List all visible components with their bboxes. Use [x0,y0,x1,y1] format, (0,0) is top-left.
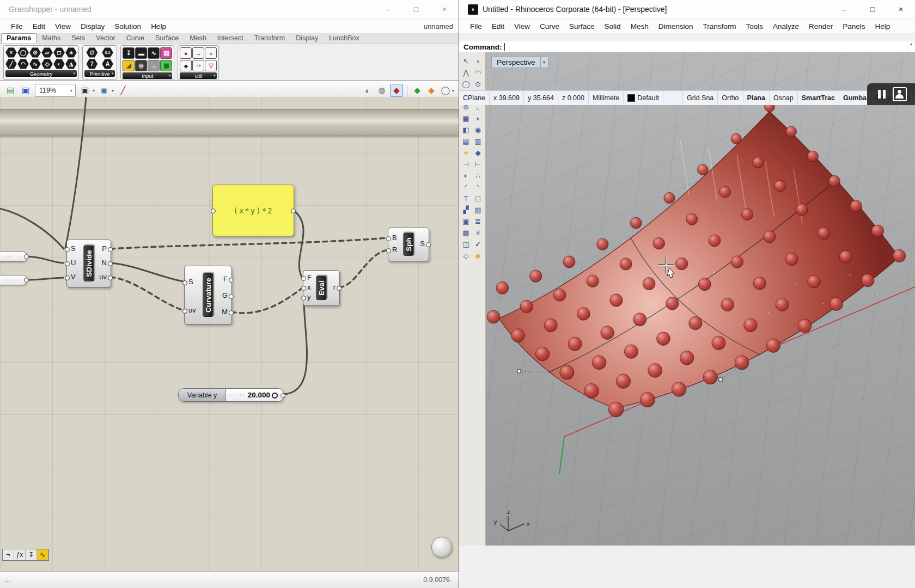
input-dot[interactable] [65,247,70,252]
viewport-title[interactable]: Perspective ▾ [491,57,548,68]
maximize-icon[interactable]: □ [858,0,887,19]
analysis-sphere[interactable] [686,213,698,225]
menu-dimension[interactable]: Dimension [654,21,698,32]
zoom-level-select[interactable]: 119%▾ [35,84,76,97]
menu-help[interactable]: Help [871,21,895,32]
status-millimete[interactable]: Millimete [589,91,624,105]
sketch-pen-icon[interactable]: ╱ [117,84,129,96]
scroll-up-icon[interactable]: ▲ [910,42,913,46]
output-dot[interactable] [229,310,234,315]
slider-track[interactable]: 20.000 [226,389,283,401]
deformable-circle-icon[interactable]: ⊙ [472,78,484,90]
solid-union-icon[interactable]: ▣ [460,216,472,227]
minimize-icon[interactable]: – [830,0,858,19]
preview-eye-icon[interactable]: ◉ [98,84,110,96]
output-dot[interactable] [337,286,341,291]
analysis-sphere[interactable] [577,308,590,321]
status-smarttrac[interactable]: SmartTrac [798,91,839,105]
analysis-sphere[interactable] [764,231,776,243]
clipped-slider-v[interactable] [0,275,27,285]
tab-intersect[interactable]: Intersect [212,33,249,43]
status-grid-sna[interactable]: Grid Sna [683,91,718,105]
analysis-sphere[interactable] [861,274,874,287]
component-eval[interactable]: EvalFxyr [303,270,340,306]
output-dot[interactable] [229,278,234,283]
param-viewer-icon[interactable]: ♣ [180,60,192,71]
param-line-icon[interactable]: ╱ [5,59,17,69]
tab-sets[interactable]: Sets [66,33,90,43]
param-curve-icon[interactable]: ∿ [29,59,41,69]
solid-sphere-icon[interactable]: ◉ [472,124,484,136]
tab-mesh[interactable]: Mesh [184,33,212,43]
status-plana[interactable]: Plana [743,91,770,105]
status-gumba[interactable]: Gumba [839,91,871,105]
trim-icon[interactable]: ⊣ [460,158,472,170]
fillet-icon[interactable]: ◜ [460,181,472,193]
relay-icon[interactable]: → [192,47,204,59]
analysis-sphere[interactable] [712,336,725,350]
component-sdivide[interactable]: SDivideSUVPNuv [66,240,111,287]
item-picker-icon[interactable]: ≡ [148,60,160,71]
status-cplane[interactable]: CPlane [459,91,490,105]
viewport-title-caret-icon[interactable]: ▾ [541,57,548,68]
menu-surface[interactable]: Surface [565,21,599,32]
pointer-icon[interactable]: ↖ [460,56,472,67]
preview-material-icon[interactable]: ◯ [440,84,452,96]
expand-group-icon[interactable]: + [111,71,114,76]
analysis-sphere[interactable] [676,258,688,270]
analysis-sphere[interactable] [610,294,623,307]
input-dot[interactable] [386,236,391,241]
analysis-sphere[interactable] [786,126,797,137]
minimize-icon[interactable]: – [374,0,402,19]
orient-icon[interactable]: ◫ [460,238,472,250]
slider-handle[interactable] [272,393,278,399]
save-document-icon[interactable]: ▣ [20,84,32,96]
menu-file[interactable]: File [466,21,486,32]
analysis-sphere[interactable] [630,217,642,229]
analysis-sphere[interactable] [608,402,624,417]
menu-display[interactable]: Display [76,21,109,32]
check-icon[interactable]: ✓ [472,238,484,250]
output-dot[interactable] [280,393,285,398]
param-cone-icon[interactable]: ◮ [65,59,77,69]
param-circle-icon[interactable]: ◯ [17,47,29,58]
only-draw-selected-icon[interactable]: ◆ [411,84,423,96]
param-rectangle-icon[interactable]: ▱ [41,47,53,58]
input-dot[interactable] [182,309,187,314]
menu-panels[interactable]: Panels [838,21,869,32]
menu-view[interactable]: View [51,21,75,32]
colour-picker-icon[interactable]: ▦ [160,60,172,71]
menu-file[interactable]: File [7,21,27,32]
analysis-sphere[interactable] [719,186,731,198]
preview-wireframe-icon[interactable]: ◍ [376,84,388,96]
analysis-sphere[interactable] [709,235,721,247]
expand-group-icon[interactable]: + [213,73,216,78]
analysis-sphere[interactable] [697,164,708,175]
document-preview-icon[interactable]: ◆ [425,84,437,96]
analysis-sphere[interactable] [798,319,812,333]
input-dot[interactable] [301,296,306,301]
analysis-sphere[interactable] [520,300,533,313]
status-x-39-609[interactable]: x 39.609 [490,91,524,105]
menu-curve[interactable]: Curve [535,21,564,32]
param-boolean-icon[interactable]: ∅ [86,47,97,58]
analysis-sphere[interactable] [785,253,798,266]
analysis-sphere[interactable] [601,326,614,340]
analysis-sphere[interactable] [839,250,852,263]
analysis-sphere[interactable] [511,329,525,342]
analysis-sphere[interactable] [640,393,655,407]
input-dot[interactable] [65,275,70,280]
analysis-sphere[interactable] [587,275,599,287]
status-z-0-000[interactable]: z 0.000 [558,91,589,105]
surface-bend-icon[interactable]: ◗ [472,113,484,124]
menu-edit[interactable]: Edit [28,21,50,32]
analysis-sphere[interactable] [731,256,743,268]
output-dot[interactable] [108,275,113,280]
input-dot[interactable] [211,209,216,213]
analysis-sphere[interactable] [616,374,631,389]
preview-off-icon[interactable]: ◐ [362,84,374,96]
single-point-icon[interactable]: ∘ [472,56,484,67]
viewport-title-label[interactable]: Perspective [491,57,541,68]
preview-shaded-icon[interactable]: ◆ [390,84,403,97]
explode-icon[interactable]: ∗ [460,147,472,158]
